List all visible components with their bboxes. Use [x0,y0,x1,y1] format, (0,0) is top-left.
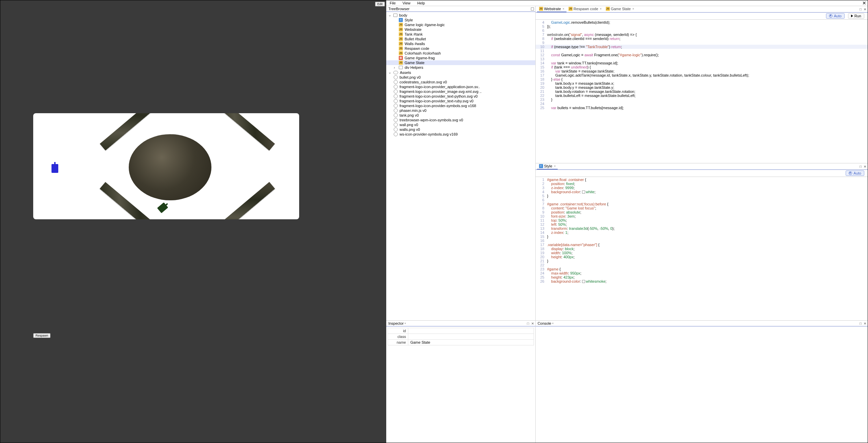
tree-item[interactable]: JS Colorhash #colorhash [386,51,535,56]
code-line[interactable]: 9 [536,41,868,45]
tree-item[interactable]: JS Respawn code [386,46,535,51]
close-tab-icon[interactable]: × [633,7,634,11]
code-line[interactable]: 14 var tank = window.TT.tanks[message.id… [536,61,868,65]
asset-item[interactable]: fragment-logo-icon-provider_application-… [386,84,535,89]
run-button[interactable]: Run [848,13,864,19]
tree-item[interactable]: ≡ Style [386,18,535,22]
code-line[interactable]: 22 tank.bulletsLeft = message.tankState.… [536,94,868,98]
maximize-icon[interactable]: □ [860,165,862,168]
editor-tab[interactable]: JSWebstrate× [537,6,566,12]
close-tab-icon[interactable]: × [600,7,602,11]
maximize-icon[interactable]: □ [860,322,862,325]
console-body[interactable] [536,326,868,443]
asset-item[interactable]: codestrates_cauldron.svg v0 [386,80,535,84]
code-line[interactable]: 11 [536,49,868,53]
respawn-button[interactable]: Respawn [33,333,51,338]
editor-tab[interactable]: JSRespawn code× [566,6,604,12]
maximize-icon[interactable]: □ [860,7,862,11]
code-line[interactable]: 12 left: 50%; [536,222,868,226]
code-line[interactable]: 10 if (message.type !== "TankTrouble") r… [536,45,868,49]
close-icon[interactable]: ✕ [864,7,866,11]
code-line[interactable]: 23#game { [536,267,868,271]
code-line[interactable]: 6 [536,28,868,33]
asset-item[interactable]: walls.png v0 [386,127,535,132]
code-line[interactable]: 20 height: 400px; [536,255,868,259]
code-line[interactable]: 8 content: "Game lost focus"; [536,206,868,210]
close-icon[interactable]: ✕ [864,322,866,325]
code-line[interactable]: 9 position: absolute; [536,210,868,214]
chevron-down-icon[interactable]: ⌄ [388,13,392,17]
tree-item[interactable]: JS Walls #walls [386,41,535,46]
code-line[interactable]: 22 [536,263,868,267]
code-line[interactable]: 20 tank.body.y = message.tankState.y; [536,85,868,89]
close-icon[interactable]: ✕ [862,0,866,6]
code-line[interactable]: 5} [536,194,868,198]
tree-node-assets[interactable]: ⌄ Assets [386,70,535,75]
tree-node-helpers[interactable]: › div Helpers [386,65,535,70]
close-icon[interactable]: ✕ [864,165,866,168]
code-line[interactable]: 16 [536,239,868,243]
code-line[interactable]: 24 max-width: 950px; [536,271,868,275]
code-line[interactable]: 8 if (webstrate.clientId === senderId) r… [536,37,868,41]
code-line[interactable]: 25 height: 423px; [536,275,868,279]
asset-item[interactable]: ws-icon-provider-symbols.svg v169 [386,132,535,137]
editor-tab[interactable]: ≡Style× [537,163,558,169]
tree-item[interactable]: JS Game State [386,60,535,65]
code-line[interactable]: 6 [536,198,868,202]
code-line[interactable]: 17.variable[data-name="phaser"] { [536,243,868,247]
tree-item[interactable]: JS Webstrate [386,27,535,32]
asset-item[interactable]: fragment-logo-icon-provider_image-svg-xm… [386,89,535,94]
code-editor-mid[interactable]: 1#game.float .container {2 position: fix… [536,177,868,320]
auto-button[interactable]: Auto [826,13,845,19]
menu-file[interactable]: File [390,1,396,5]
asset-item[interactable]: treebrowser-wpm-icon-symbols.svg v0 [386,118,535,122]
menu-view[interactable]: View [402,1,411,5]
tree[interactable]: ⌄ body ≡ Style JS Game logic #game-logic… [386,12,535,320]
tree-item[interactable]: JS Tank #tank [386,32,535,37]
maximize-icon[interactable] [531,7,534,11]
asset-item[interactable]: bullet.png v0 [386,75,535,80]
code-line[interactable]: 25 var bullets = window.TT.bullets[messa… [536,106,868,110]
code-line[interactable]: 11 top: 50%; [536,218,868,222]
tree-item[interactable]: JS Game logic #game-logic [386,22,535,27]
chevron-down-icon[interactable]: ⌄ [388,70,392,75]
code-line[interactable]: 19 tank.body.x = message.tankState.x; [536,81,868,85]
code-line[interactable]: 5}); [536,24,868,28]
asset-item[interactable]: fragment-logo-icon-provider-symbols.svg … [386,103,535,108]
code-line[interactable]: 13 [536,57,868,61]
code-editor-top[interactable]: 4 GameLogic.removeBullets(clientId);5});… [536,20,868,163]
inspector-value[interactable] [408,328,533,334]
tree-item[interactable]: ▦ Game #game-frag [386,56,535,60]
code-line[interactable]: 7webstrate.on("signal", async (message, … [536,33,868,37]
code-line[interactable]: 26 background-color: whitesmoke; [536,279,868,283]
tree-item[interactable]: JS Bullet #bullet [386,37,535,41]
code-line[interactable]: 3 z-index: 9999; [536,186,868,190]
inspector-value[interactable] [408,334,533,339]
code-line[interactable]: 15 if (tank === undefined) { [536,65,868,69]
code-line[interactable]: 16 var tankState = message.tankState; [536,69,868,73]
asset-item[interactable]: tank.png v0 [386,113,535,118]
asset-item[interactable]: wall.png v0 [386,122,535,127]
code-line[interactable]: 19 width: 100%; [536,251,868,255]
code-line[interactable]: 17 GameLogic.addTank(message.id, tankSta… [536,73,868,77]
code-line[interactable]: 2 position: fixed; [536,182,868,186]
asset-item[interactable]: fragment-logo-icon-provider_text-python.… [386,94,535,99]
editor-tab[interactable]: JSGame State× [604,6,636,12]
code-line[interactable]: 12 const GameLogic = await Fragment.one(… [536,53,868,57]
code-line[interactable]: 13 transform: translate3d(-50%, -50%, 0)… [536,226,868,230]
auto-button[interactable]: Auto [846,170,864,176]
code-line[interactable]: 23 } [536,98,868,102]
code-line[interactable]: 24 [536,102,868,106]
tree-node-body[interactable]: ⌄ body [386,13,535,18]
asset-item[interactable]: phaser.min.js v0 [386,108,535,113]
game-canvas[interactable] [33,113,299,219]
maximize-icon[interactable]: □ [527,322,529,325]
code-line[interactable]: 1#game.float .container { [536,178,868,182]
code-line[interactable]: 7#game .container:not(:focus):before { [536,202,868,206]
code-line[interactable]: 21} [536,259,868,263]
code-line[interactable]: 18 display: block; [536,247,868,251]
code-line[interactable]: 4 background-color: white; [536,190,868,194]
close-tab-icon[interactable]: × [563,7,564,11]
close-icon[interactable]: ✕ [531,322,534,325]
inspector-value[interactable]: Game State [408,340,533,345]
